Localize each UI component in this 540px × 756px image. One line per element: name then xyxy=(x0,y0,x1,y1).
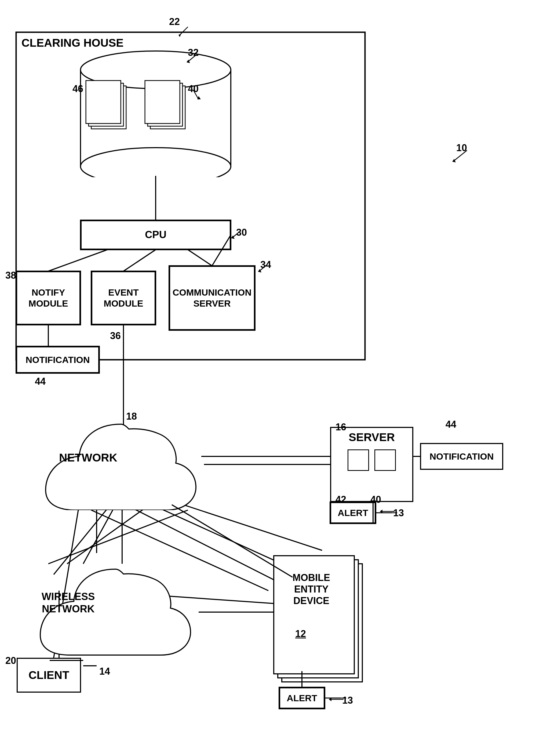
ref-16: 16 xyxy=(336,421,346,433)
ref-44-left: 44 xyxy=(35,376,46,387)
ref-13-server-label: 13 xyxy=(393,508,404,519)
cpu-box: CPU xyxy=(80,220,231,250)
arrow-22 xyxy=(175,24,201,38)
server-box: SERVER xyxy=(330,427,413,502)
server-square-2 xyxy=(374,449,396,471)
ref-18: 18 xyxy=(126,411,137,422)
alert-server-box: ALERT xyxy=(330,502,376,524)
arrow-40-top xyxy=(191,88,207,102)
ref-13-mobile-label: 13 xyxy=(342,695,353,706)
stacked-pages-left xyxy=(83,78,132,137)
client-box: CLIENT xyxy=(17,658,81,693)
svg-marker-30 xyxy=(179,34,181,37)
arrow-34 xyxy=(257,263,270,274)
ref-14: 14 xyxy=(99,666,110,677)
svg-line-7 xyxy=(123,250,156,271)
svg-line-44 xyxy=(232,231,240,237)
diagram-container: 22 CLEARING HOUSE 32 46 40 CPU xyxy=(0,0,540,756)
communication-server-box: COMMUNICATION SERVER xyxy=(169,266,255,330)
alert-mobile-box: ALERT xyxy=(279,687,325,709)
svg-line-42 xyxy=(193,90,199,99)
svg-rect-41 xyxy=(145,80,180,123)
svg-marker-51 xyxy=(380,510,382,513)
notification-left-box: NOTIFICATION xyxy=(16,346,99,373)
svg-line-48 xyxy=(259,264,267,271)
svg-line-6 xyxy=(48,250,107,271)
ref-12: 12 xyxy=(295,628,306,640)
svg-line-52 xyxy=(454,150,467,161)
svg-marker-58 xyxy=(329,697,332,701)
svg-line-34 xyxy=(188,55,196,62)
arrow-30 xyxy=(230,229,243,240)
server-label: SERVER xyxy=(348,431,395,444)
stacked-pages-right xyxy=(142,78,191,137)
mobile-entity-label: MOBILE ENTITY DEVICE xyxy=(274,572,349,607)
arrow-10 xyxy=(451,149,472,165)
svg-line-8 xyxy=(188,250,212,266)
ref-20: 20 xyxy=(5,655,16,666)
event-module-box: EVENT MODULE xyxy=(91,271,156,325)
svg-line-63 xyxy=(48,510,188,564)
svg-rect-38 xyxy=(86,80,121,123)
notify-module-box: NOTIFY MODULE xyxy=(16,271,80,325)
wireless-network-label: WIRELESS NETWORK xyxy=(42,591,95,615)
notification-right-box: NOTIFICATION xyxy=(420,443,503,470)
ref-44-right: 44 xyxy=(446,419,456,430)
arrow-32 xyxy=(183,54,199,65)
ref-46: 46 xyxy=(72,83,83,94)
network-label: NETWORK xyxy=(59,451,117,464)
server-square-1 xyxy=(347,449,369,471)
ref-36: 36 xyxy=(110,330,121,342)
svg-line-60 xyxy=(83,510,113,564)
